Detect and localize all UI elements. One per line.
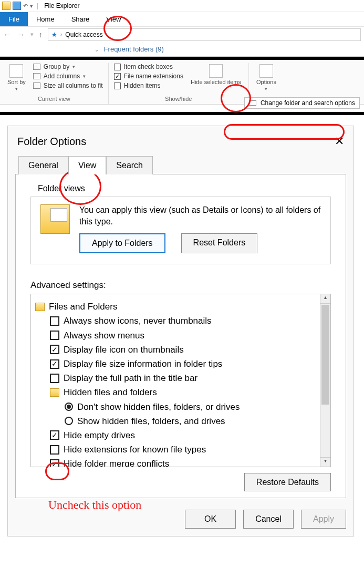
- cancel-button[interactable]: Cancel: [243, 510, 294, 529]
- opt-display-file-icon-thumb[interactable]: Display file icon on thumbnails: [35, 343, 316, 357]
- opt-show-hidden[interactable]: Show hidden files, folders, and drives: [35, 414, 316, 428]
- scrollbar[interactable]: ▴ ▾: [320, 294, 330, 467]
- opt-hide-empty-drives[interactable]: Hide empty drives: [35, 428, 316, 442]
- tab-view[interactable]: View: [68, 156, 106, 174]
- apply-button[interactable]: Apply: [301, 510, 346, 529]
- tab-home[interactable]: Home: [28, 12, 63, 26]
- tab-search[interactable]: Search: [106, 156, 153, 174]
- dialog-title: Folder Options: [17, 136, 86, 148]
- nav-toolbar: ← → ▾ ↑ ★ › Quick access: [0, 26, 364, 42]
- ribbon-tabs: File Home Share View: [0, 12, 364, 26]
- reset-folders-button[interactable]: Reset Folders: [181, 233, 258, 253]
- opt-label: Display file icon on thumbnails: [64, 343, 184, 357]
- close-button[interactable]: ✕: [335, 135, 344, 148]
- restore-defaults-button[interactable]: Restore Defaults: [244, 473, 331, 491]
- tab-view[interactable]: View: [98, 12, 129, 26]
- chevron-down-icon: ⌄: [95, 47, 99, 53]
- options-label: Options: [256, 79, 276, 85]
- frequent-folders-label: Frequent folders (9): [104, 45, 164, 53]
- folder-icon: [50, 388, 59, 397]
- opt-label: Display the full path in the title bar: [64, 371, 197, 385]
- options-small-icon: [249, 100, 256, 106]
- opt-label: Always show icons, never thumbnails: [64, 314, 212, 328]
- chevron-down-icon: ▾: [15, 86, 18, 91]
- hide-selected-label: Hide selected items: [191, 79, 241, 85]
- node-label: Files and Folders: [49, 300, 117, 314]
- sort-by-label: Sort by: [7, 79, 26, 85]
- qat-dropdown-icon[interactable]: ▾: [30, 3, 33, 9]
- frequent-folders-header[interactable]: ⌄ Frequent folders (9): [0, 42, 364, 56]
- tab-file[interactable]: File: [0, 12, 28, 26]
- opt-always-show-icons[interactable]: Always show icons, never thumbnails: [35, 314, 316, 328]
- node-files-and-folders: Files and Folders: [35, 300, 316, 314]
- back-button[interactable]: ←: [3, 30, 12, 39]
- opt-label: Hide folder merge conflicts: [64, 457, 169, 467]
- chevron-right-icon: ›: [60, 32, 62, 37]
- file-name-ext-label: File name extensions: [124, 73, 183, 80]
- apply-to-folders-button[interactable]: Apply to Folders: [79, 233, 165, 253]
- folder-icon: [35, 303, 45, 311]
- scroll-thumb[interactable]: [321, 305, 329, 405]
- change-folder-options-label: Change folder and search options: [261, 99, 355, 107]
- hide-selected-button[interactable]: Hide selected items: [189, 63, 243, 92]
- opt-hide-merge-conflicts[interactable]: Hide folder merge conflicts: [35, 457, 316, 467]
- address-bar[interactable]: ★ › Quick access: [48, 28, 361, 41]
- opt-dont-show-hidden[interactable]: Don't show hidden files, folders, or dri…: [35, 400, 316, 414]
- folder-options-dialog: Folder Options ✕ General View Search Fol…: [7, 126, 354, 537]
- checkbox-icon: [114, 82, 121, 89]
- group-label-show-hide: Show/hide: [114, 96, 243, 102]
- opt-label: Show hidden files, folders, and drives: [77, 414, 225, 428]
- sort-by-button[interactable]: Sort by ▾: [5, 63, 28, 92]
- opt-display-size-tips[interactable]: Display file size information in folder …: [35, 357, 316, 371]
- add-columns-button[interactable]: Add columns▾: [33, 73, 103, 80]
- history-dropdown-icon[interactable]: ▾: [30, 31, 34, 38]
- radio-checked-icon: [65, 403, 73, 411]
- options-icon: [259, 64, 273, 78]
- hidden-items-toggle[interactable]: Hidden items: [114, 82, 183, 89]
- opt-hide-extensions[interactable]: Hide extensions for known file types: [35, 442, 316, 457]
- options-button[interactable]: Options ▾: [254, 63, 278, 95]
- scroll-down-icon[interactable]: ▾: [320, 457, 330, 467]
- ok-button[interactable]: OK: [185, 510, 236, 529]
- item-check-boxes-label: Item check boxes: [124, 63, 173, 70]
- hide-selected-icon: [209, 64, 223, 78]
- crop-separator: [0, 112, 364, 115]
- undo-icon[interactable]: ↶: [23, 3, 28, 9]
- folder-views-text: You can apply this view (such as Details…: [79, 204, 321, 227]
- opt-label: Always show menus: [64, 328, 144, 343]
- radio-icon: [65, 417, 73, 425]
- quick-access-icon: ★: [51, 31, 57, 38]
- folder-views-legend: Folder views: [38, 184, 331, 193]
- size-all-label: Size all columns to fit: [44, 82, 103, 89]
- dialog-tabs: General View Search: [18, 156, 346, 174]
- checkbox-checked-icon: [50, 345, 59, 354]
- checkbox-checked-icon: [114, 73, 121, 80]
- add-columns-label: Add columns: [44, 73, 80, 80]
- opt-always-show-menus[interactable]: Always show menus: [35, 328, 316, 343]
- checkbox-checked-icon: [50, 430, 59, 440]
- tab-general[interactable]: General: [18, 156, 68, 174]
- save-icon[interactable]: [13, 2, 21, 10]
- chevron-down-icon: ▾: [83, 74, 86, 79]
- group-by-button[interactable]: Group by▾: [33, 63, 103, 70]
- opt-label: Hide extensions for known file types: [64, 442, 206, 457]
- file-name-extensions-toggle[interactable]: File name extensions: [114, 73, 183, 80]
- scroll-up-icon[interactable]: ▴: [320, 294, 330, 304]
- checkbox-checked-icon: [50, 359, 59, 369]
- item-check-boxes-toggle[interactable]: Item check boxes: [114, 63, 183, 70]
- dialog-panel: Folder views You can apply this view (su…: [15, 174, 346, 498]
- opt-label: Don't show hidden files, folders, or dri…: [77, 400, 240, 414]
- opt-label: Hide empty drives: [64, 428, 135, 442]
- change-folder-options-item[interactable]: Change folder and search options: [244, 97, 360, 109]
- opt-display-full-path[interactable]: Display the full path in the title bar: [35, 371, 316, 385]
- up-button[interactable]: ↑: [39, 30, 43, 39]
- advanced-settings-label: Advanced settings:: [30, 280, 331, 291]
- forward-button[interactable]: →: [17, 30, 25, 39]
- node-hidden-files: Hidden files and folders: [35, 385, 316, 399]
- tab-share[interactable]: Share: [63, 12, 98, 26]
- node-label: Hidden files and folders: [64, 385, 157, 399]
- add-columns-icon: [33, 73, 40, 79]
- group-by-icon: [33, 64, 40, 70]
- window-title: File Explorer: [44, 2, 79, 9]
- size-all-columns-button[interactable]: Size all columns to fit: [33, 82, 103, 89]
